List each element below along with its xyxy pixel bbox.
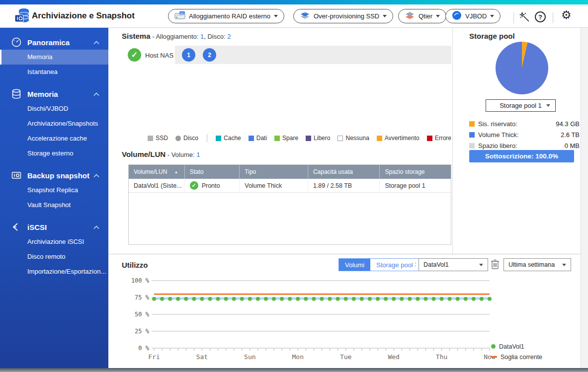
disk-slots-strip: 1 2 <box>175 46 451 64</box>
subscription-badge: Sottoscrizione: 100.0% <box>469 150 574 162</box>
storage-pool-selector[interactable]: Storage pool 1 <box>486 99 556 112</box>
volume-dropdown[interactable]: DataVol1 <box>419 258 488 271</box>
column-spazio-storage[interactable]: Spazio storage <box>380 165 451 179</box>
qtier-button[interactable]: Qtier <box>398 9 446 23</box>
host-status-ok-icon: ✓ <box>128 48 141 62</box>
usage-line-chart: 100 %75 %50 %25 %0 %FriSatSunMonTueWedTh… <box>122 276 497 367</box>
disk-legend: SSD Disco Cache Dati Spare Libero Nessun… <box>128 134 451 142</box>
usage-scope-toggle: Volumi Storage pool <box>338 258 420 271</box>
ssd-button-label: Over-provisioning SSD <box>314 12 379 20</box>
sidebar-section-panoramica[interactable]: Panoramica <box>0 35 108 50</box>
vjbod-button-label: VJBOD <box>465 12 487 20</box>
sidebar-section-backup-snapshot[interactable]: Backup snapshot <box>0 168 108 183</box>
sidebar: Panoramica Memoria Istantanea Memoria Di… <box>0 28 108 368</box>
database-icon <box>11 88 22 99</box>
status-ok-icon: ✓ <box>190 181 198 190</box>
sidebar-section-iscsi[interactable]: iSCSI <box>0 220 108 234</box>
volume-lun-title: Volume/LUN <box>122 150 166 158</box>
legend-avvertimento: Avvertimento <box>377 135 420 142</box>
header-divider <box>553 12 553 23</box>
header-divider <box>513 12 514 23</box>
gear-icon[interactable]: ⚙ <box>561 9 572 20</box>
volume-lun-heading: Volume/LUN - Volume: 1 <box>122 150 200 158</box>
cell-volume-name: DataVol1 (Siste... <box>129 179 185 192</box>
ssd-overprovisioning-icon <box>300 11 310 22</box>
column-tipo[interactable]: Tipo <box>240 165 308 179</box>
svg-text:50 %: 50 % <box>135 311 150 318</box>
column-capacita-usata[interactable]: Capacità usata <box>308 165 380 179</box>
stat-volume-thick: Volume Thick: 2.6 TB <box>469 129 580 140</box>
gauge-icon <box>11 37 22 48</box>
volume-table: Volume/LUN▲ Stato Tipo Capacità usata Sp… <box>128 164 451 245</box>
table-row-datavol1[interactable]: DataVol1 (Siste... ✓Pronto Volume Thick … <box>129 179 451 193</box>
sidebar-item-vault-snapshot[interactable]: Vault Snapshot <box>0 198 108 213</box>
svg-text:Fri: Fri <box>148 353 160 361</box>
sidebar-item-archiviazione-snapshots[interactable]: Archiviazione/Snapshots <box>0 116 108 131</box>
utilizzo-heading: Utilizzo <box>122 261 148 269</box>
svg-text:Mon: Mon <box>292 353 304 361</box>
svg-text:Sat: Sat <box>196 353 208 361</box>
sidebar-item-disco-remoto[interactable]: Disco remoto <box>0 249 108 264</box>
help-icon[interactable]: ? <box>535 11 546 22</box>
trash-icon[interactable] <box>491 259 500 272</box>
svg-text:RAID: RAID <box>180 11 185 14</box>
sidebar-section-label: Panoramica <box>27 38 93 47</box>
chevron-down-icon <box>479 264 483 266</box>
toggle-volumi[interactable]: Volumi <box>339 259 370 271</box>
legend-disco: Disco <box>175 135 198 142</box>
sidebar-item-dischi-vjbod[interactable]: Dischi/VJBOD <box>0 101 108 116</box>
vjbod-button[interactable]: VJBOD <box>445 9 501 23</box>
ssd-overprovisioning-button[interactable]: Over-provisioning SSD <box>293 9 393 23</box>
chevron-down-icon <box>274 15 278 17</box>
chart-legend: DataVol1 Soglia corrente <box>491 341 542 362</box>
sidebar-item-snapshot-replica[interactable]: Snapshot Replica <box>0 183 108 198</box>
window-accent-bar <box>0 0 588 4</box>
period-dropdown[interactable]: Ultima settimana <box>504 258 571 271</box>
app-header: Archiviazione e Snapshot RAID Alloggiame… <box>0 4 588 28</box>
sidebar-section-label: Backup snapshot <box>27 171 93 180</box>
svg-text:25 %: 25 % <box>135 328 150 335</box>
column-stato[interactable]: Stato <box>185 165 240 179</box>
svg-text:Tue: Tue <box>340 353 352 361</box>
legend-soglia-corrente: Soglia corrente <box>491 352 542 362</box>
sistema-title: Sistema <box>122 32 151 40</box>
window-bottom-edge <box>0 368 588 372</box>
vertical-scrollbar[interactable] <box>581 28 588 368</box>
sistema-heading: Sistema - Alloggiamento: 1, Disco: 2 <box>122 32 231 40</box>
storage-pool-heading: Storage pool <box>469 32 515 40</box>
volume-table-header: Volume/LUN▲ Stato Tipo Capacità usata Sp… <box>129 165 451 179</box>
chevron-down-icon <box>436 15 440 17</box>
stat-spazio-libero: Spazio libero: 0 MB <box>469 140 580 151</box>
snapshot-camera-icon <box>11 170 22 181</box>
storage-pool-pie-chart <box>496 42 548 94</box>
legend-spare: Spare <box>274 135 298 142</box>
svg-text:Thu: Thu <box>436 353 447 361</box>
sidebar-section-label: iSCSI <box>27 223 93 231</box>
volume-count: 1 <box>196 151 200 158</box>
sidebar-item-memoria-panoramica[interactable]: Memoria <box>0 50 108 65</box>
toggle-storage-pool[interactable]: Storage pool <box>370 259 419 271</box>
sidebar-item-accelerazione-cache[interactable]: Accelerazione cache <box>0 131 108 146</box>
cell-pool: Storage pool 1 <box>380 179 451 192</box>
sidebar-item-archiviazione-iscsi[interactable]: Archiviazione iSCSI <box>0 234 108 249</box>
sidebar-section-memoria[interactable]: Memoria <box>0 86 108 101</box>
sidebar-item-storage-esterno[interactable]: Storage esterno <box>0 146 108 161</box>
stat-sis-riservato: Sis. riservato: 94.3 GB <box>469 118 580 129</box>
chevron-up-icon <box>93 38 99 47</box>
host-nas-label: Host NAS <box>145 52 173 59</box>
disk-slot-2[interactable]: 2 <box>203 48 216 62</box>
panel-divider-vertical <box>452 28 453 254</box>
external-raid-enclosure-button[interactable]: RAID Alloggiamento RAID esterno <box>168 9 284 23</box>
legend-datavol1: DataVol1 <box>491 341 542 352</box>
column-volume-lun[interactable]: Volume/LUN▲ <box>129 165 185 179</box>
chevron-up-icon <box>93 171 99 180</box>
sidebar-item-importazione-esportazione[interactable]: Importazione/Esportazion... <box>0 264 108 279</box>
disk-slot-1[interactable]: 1 <box>182 48 195 62</box>
svg-text:Wed: Wed <box>388 353 399 361</box>
magic-wand-icon[interactable] <box>519 11 531 25</box>
legend-nessuna: Nessuna <box>337 135 369 142</box>
app-logo-icon <box>14 7 30 24</box>
legend-libero: Libero <box>306 135 330 142</box>
sidebar-item-istantanea[interactable]: Istantanea <box>0 65 108 79</box>
storage-snapshot-window: Archiviazione e Snapshot RAID Alloggiame… <box>0 0 588 372</box>
